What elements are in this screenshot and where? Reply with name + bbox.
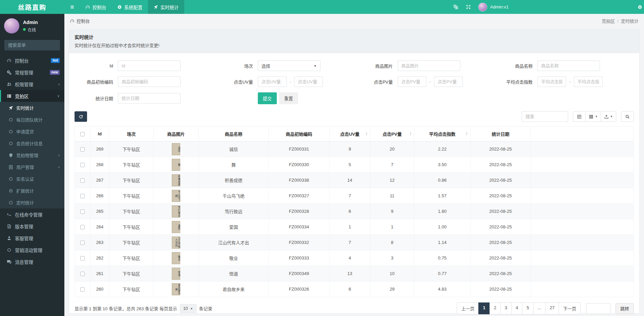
fullscreen-icon[interactable] <box>466 4 471 9</box>
top-tab-2[interactable]: 实时统计 <box>148 0 184 14</box>
filter-1-1-min-input[interactable] <box>258 76 287 87</box>
filter-2-0-input[interactable] <box>118 93 181 104</box>
page-button-4[interactable]: 4 <box>511 302 522 314</box>
settings-gear-icon[interactable] <box>638 0 642 14</box>
filter-0-1-select[interactable]: 选择▼ <box>258 61 320 71</box>
breadcrumb-crumb-1[interactable]: 定时统计 <box>621 19 639 24</box>
product-image[interactable]: 君自故乡来 <box>172 283 180 295</box>
filter-1-2-min-input[interactable] <box>398 76 427 87</box>
col-header-5[interactable]: 点击UV量▲▼ <box>330 127 370 141</box>
next-page-button[interactable]: 下一页 <box>559 302 581 314</box>
page-button-27[interactable]: 27 <box>545 302 559 314</box>
page-button-...[interactable]: ... <box>533 302 546 314</box>
columns-button[interactable]: ▼ <box>585 111 601 122</box>
page-jump-input[interactable] <box>586 303 611 314</box>
sidebar-item-0[interactable]: 控制台hot <box>0 54 64 66</box>
sort-icon[interactable]: ▲▼ <box>366 132 368 136</box>
filter-0-2-input[interactable] <box>398 61 460 71</box>
row-checkbox[interactable] <box>80 241 85 245</box>
col-header-6[interactable]: 点击PV量▲▼ <box>370 127 414 141</box>
submenu-item-7[interactable]: 扩展统计 <box>0 185 64 197</box>
product-image[interactable]: 千山鸟飞绝 <box>172 190 180 202</box>
sidebar-item-4[interactable]: 在线命令管理 <box>0 208 64 220</box>
filter-1-2-max-input[interactable] <box>434 76 463 87</box>
submenu-item-1[interactable]: 每日团队统计 <box>0 114 64 126</box>
cell-name: 悟道 <box>199 266 269 281</box>
submenu-item-8[interactable]: 定时统计 <box>0 197 64 208</box>
page-jump-button[interactable]: 跳转 <box>616 303 634 314</box>
submenu-item-3[interactable]: 会员统计信息 <box>0 137 64 149</box>
paging-toggle-button[interactable] <box>573 111 586 122</box>
row-checkbox[interactable] <box>80 225 85 229</box>
product-image[interactable]: 爱国 <box>172 221 180 233</box>
sidebar-item-7[interactable]: 营销活动管理 <box>0 244 64 256</box>
select-all-checkbox[interactable] <box>80 132 85 136</box>
menu-search-input[interactable] <box>4 40 60 50</box>
avatar[interactable] <box>4 18 19 33</box>
cell-session: 下午钻区 <box>109 219 153 235</box>
breadcrumb-crumb-0[interactable]: 竞拍区 <box>602 19 615 24</box>
filter-1-3-min-input[interactable] <box>537 76 566 87</box>
page-button-1[interactable]: 1 <box>478 302 490 314</box>
search-toggle-button[interactable] <box>621 111 634 122</box>
sidebar-item-1[interactable]: 常规管理new <box>0 66 64 78</box>
sidebar-item-5[interactable]: 版本管理 <box>0 220 64 232</box>
filter-1-1-max-input[interactable] <box>294 76 323 87</box>
product-image[interactable]: 江山代有人才出 <box>172 236 180 249</box>
submenu-item-2[interactable]: 申请提货 <box>0 126 64 137</box>
product-image[interactable]: 诚信 <box>172 143 180 155</box>
table-row-5: 264下午钻区爱国爱国FZ000334111.002022-08-25 <box>75 219 634 235</box>
cell-name: 敬业 <box>199 250 269 266</box>
sort-icon[interactable]: ▲▼ <box>466 132 468 136</box>
sidebar-item-6[interactable]: 客服管理 <box>0 232 64 244</box>
submenu-item-0[interactable]: 实时统计 <box>0 102 64 114</box>
translate-icon[interactable] <box>453 4 458 9</box>
product-image[interactable]: 笃行致远 <box>172 205 180 218</box>
form-field-filter-1-3: 平均点击指数- <box>494 76 634 87</box>
row-checkbox[interactable] <box>80 209 85 214</box>
filter-1-0-input[interactable] <box>118 76 181 87</box>
submenu-item-4[interactable]: 竞拍物管理‹ <box>0 149 64 161</box>
filter-0-0-input[interactable] <box>118 61 181 71</box>
refresh-button[interactable] <box>75 111 87 122</box>
cell-pv: 7 <box>370 157 414 173</box>
caret-up-icon: ▲ <box>190 307 193 310</box>
row-checkbox[interactable] <box>80 178 85 183</box>
row-checkbox[interactable] <box>80 272 85 276</box>
export-button[interactable]: ▼ <box>601 111 616 122</box>
sidebar-item-2[interactable]: 权限管理‹ <box>0 78 64 90</box>
table-search-input[interactable] <box>522 111 568 122</box>
page-button-5[interactable]: 5 <box>522 302 533 314</box>
cell-code: FZ000332 <box>269 235 330 250</box>
product-image[interactable]: 悟道 <box>172 268 180 280</box>
breadcrumb-home[interactable]: 控制台 <box>77 18 90 24</box>
topbar-user[interactable]: Admin:v1 <box>478 3 508 12</box>
filter-0-3-input[interactable] <box>537 61 600 71</box>
product-image[interactable]: 积善成德 <box>172 174 180 186</box>
row-checkbox[interactable] <box>80 287 85 292</box>
submenu-item-5[interactable]: 用户管理‹ <box>0 161 64 173</box>
product-image[interactable]: 舞 <box>172 159 180 171</box>
prev-page-button[interactable]: 上一页 <box>457 302 479 314</box>
sort-icon[interactable]: ▲▼ <box>410 132 412 136</box>
row-checkbox[interactable] <box>80 147 85 152</box>
page-button-2[interactable]: 2 <box>490 302 501 314</box>
cell-code: FZ000349 <box>269 266 330 281</box>
row-checkbox[interactable] <box>80 194 85 198</box>
page-button-3[interactable]: 3 <box>500 302 512 314</box>
sidebar-item-8[interactable]: 消息管理 <box>0 256 64 268</box>
reset-button[interactable]: 重置 <box>279 92 298 104</box>
row-checkbox[interactable] <box>80 256 85 261</box>
submit-button[interactable]: 提交 <box>258 92 277 104</box>
row-checkbox[interactable] <box>80 163 85 167</box>
col-header-7[interactable]: 平均点击指数▲▼ <box>414 127 471 141</box>
sidebar-item-3[interactable]: 竞拍区∨ <box>0 90 64 102</box>
gauge-icon <box>70 19 75 23</box>
filter-1-3-max-input[interactable] <box>574 76 603 87</box>
sidebar-toggle-icon[interactable]: ≡ <box>64 0 80 14</box>
page-size-select[interactable]: 10 ▲ <box>180 304 196 313</box>
submenu-item-6[interactable]: 实名认证 <box>0 173 64 185</box>
product-image[interactable]: 敬业 <box>172 252 180 264</box>
top-tab-1[interactable]: 系统配置 <box>112 0 148 14</box>
top-tab-0[interactable]: 控制台 <box>80 0 112 14</box>
